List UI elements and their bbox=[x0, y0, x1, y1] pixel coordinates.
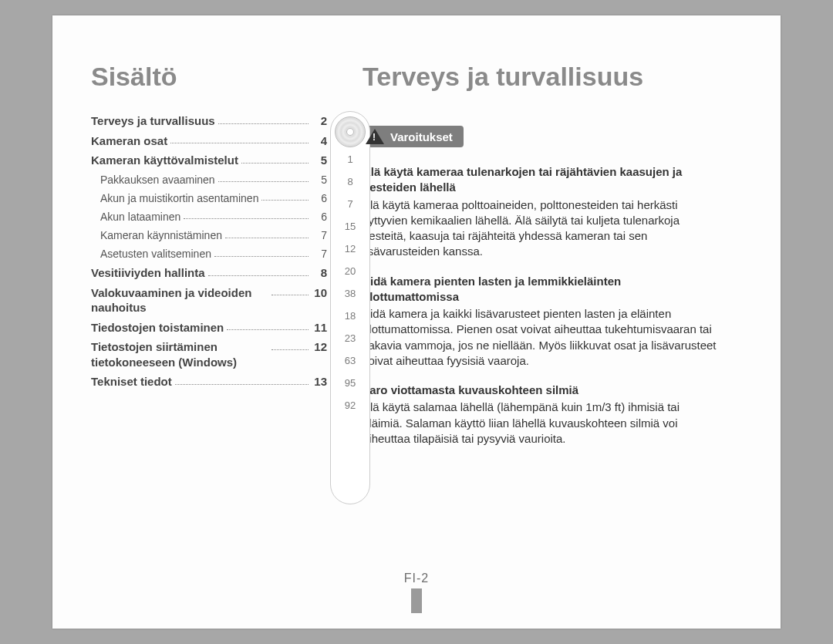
page-index-capsule: 187151220381823639592 bbox=[330, 111, 370, 504]
toc-label: Tekniset tiedot bbox=[91, 374, 172, 389]
toc-label: Tietostojen siirtäminen tietokoneeseen (… bbox=[91, 339, 268, 369]
capsule-page-ref: 23 bbox=[331, 332, 369, 344]
footer-bar bbox=[411, 588, 422, 613]
warning-triangle-icon bbox=[366, 129, 384, 144]
toc-leader-dots bbox=[184, 210, 309, 220]
toc-row: Akun lataaminen6 bbox=[91, 210, 327, 224]
toc-leader-dots bbox=[170, 133, 309, 144]
toc-page: 2 bbox=[312, 113, 327, 129]
toc-row: Vesitiiviyden hallinta8 bbox=[91, 265, 327, 281]
warning-body: Älä käytä salamaa lähellä (lähempänä kui… bbox=[363, 400, 717, 447]
toc-page: 8 bbox=[312, 265, 327, 281]
capsule-page-ref: 8 bbox=[331, 176, 369, 187]
toc-page: 10 bbox=[312, 285, 327, 315]
warning-body: Älä käytä kameraa polttoaineiden, poltto… bbox=[363, 197, 717, 260]
table-of-contents: Terveys ja turvallisuus2Kameran osat4Kam… bbox=[91, 113, 327, 389]
toc-leader-dots bbox=[271, 285, 309, 296]
capsule-page-ref: 1 bbox=[331, 153, 369, 165]
warning-block: Pidä kamera pienten lasten ja lemmikkiel… bbox=[363, 274, 717, 369]
toc-leader-dots bbox=[241, 153, 309, 164]
capsule-page-ref: 20 bbox=[331, 265, 369, 277]
toc-row: Kameran osat4 bbox=[91, 133, 327, 149]
toc-row: Akun ja muistikortin asentaminen6 bbox=[91, 191, 327, 205]
toc-leader-dots bbox=[271, 339, 309, 350]
toc-page: 4 bbox=[312, 133, 327, 149]
toc-row: Tietostojen siirtäminen tietokoneeseen (… bbox=[91, 339, 327, 369]
capsule-page-ref: 18 bbox=[331, 310, 369, 322]
toc-leader-dots bbox=[218, 113, 309, 124]
toc-page: 7 bbox=[312, 228, 327, 242]
warning-heading: Pidä kamera pienten lasten ja lemmikkiel… bbox=[363, 274, 717, 305]
toc-label: Asetusten valitseminen bbox=[100, 247, 211, 261]
toc-leader-dots bbox=[208, 265, 309, 276]
capsule-page-ref: 15 bbox=[331, 221, 369, 232]
warning-block: Älä käytä kameraa tulenarkojen tai räjäh… bbox=[363, 164, 717, 260]
toc-label: Kameran osat bbox=[91, 133, 167, 149]
toc-row: Valokuvaaminen ja videoiden nauhoitus10 bbox=[91, 285, 327, 315]
capsule-page-ref: 95 bbox=[331, 377, 369, 389]
toc-page: 6 bbox=[312, 191, 327, 205]
two-column-layout: Sisältö Terveys ja turvallisuus2Kameran … bbox=[91, 62, 742, 564]
warning-heading: Älä käytä kameraa tulenarkojen tai räjäh… bbox=[363, 164, 717, 196]
warning-badge-label: Varoitukset bbox=[390, 130, 453, 143]
toc-label: Pakkauksen avaaminen bbox=[100, 173, 215, 187]
toc-label: Tiedostojen toistaminen bbox=[91, 320, 224, 335]
toc-page: 5 bbox=[312, 173, 327, 187]
toc-label: Kameran käyttövalmistelut bbox=[91, 153, 238, 168]
toc-leader-dots bbox=[218, 173, 309, 183]
disc-icon bbox=[335, 116, 366, 147]
toc-page: 12 bbox=[312, 339, 327, 369]
capsule-page-ref: 38 bbox=[331, 288, 369, 299]
toc-label: Valokuvaaminen ja videoiden nauhoitus bbox=[91, 285, 268, 315]
toc-label: Akun ja muistikortin asentaminen bbox=[100, 191, 258, 205]
toc-row: Terveys ja turvallisuus2 bbox=[91, 113, 327, 129]
warning-body: Pidä kamera ja kaikki lisävarusteet pien… bbox=[363, 306, 717, 369]
right-column: Terveys ja turvallisuus Varoitukset Älä … bbox=[363, 62, 742, 564]
left-column: Sisältö Terveys ja turvallisuus2Kameran … bbox=[91, 62, 327, 564]
toc-leader-dots bbox=[227, 320, 309, 331]
toc-label: Akun lataaminen bbox=[100, 210, 180, 224]
manual-page: Sisältö Terveys ja turvallisuus2Kameran … bbox=[52, 15, 781, 629]
toc-label: Vesitiiviyden hallinta bbox=[91, 265, 205, 281]
toc-page: 7 bbox=[312, 247, 327, 261]
toc-page: 11 bbox=[312, 320, 327, 335]
capsule-page-ref: 12 bbox=[331, 243, 369, 255]
toc-row: Kameran käyttövalmistelut5 bbox=[91, 153, 327, 168]
capsule-page-ref: 63 bbox=[331, 355, 369, 366]
toc-page: 13 bbox=[312, 374, 327, 389]
toc-page: 6 bbox=[312, 210, 327, 224]
toc-leader-dots bbox=[225, 228, 309, 238]
toc-row: Tiedostojen toistaminen11 bbox=[91, 320, 327, 335]
warning-badge: Varoitukset bbox=[363, 126, 464, 147]
toc-row: Kameran käynnistäminen7 bbox=[91, 228, 327, 242]
toc-leader-dots bbox=[214, 247, 309, 257]
toc-leader-dots bbox=[175, 374, 309, 385]
toc-label: Terveys ja turvallisuus bbox=[91, 113, 215, 129]
capsule-page-ref: 7 bbox=[331, 198, 369, 210]
toc-title: Sisältö bbox=[91, 62, 327, 92]
warning-heading: Varo viottamasta kuvauskohteen silmiä bbox=[363, 383, 717, 398]
warning-block: Varo viottamasta kuvauskohteen silmiäÄlä… bbox=[363, 383, 717, 447]
toc-label: Kameran käynnistäminen bbox=[100, 228, 222, 242]
toc-row: Asetusten valitseminen7 bbox=[91, 247, 327, 261]
capsule-page-ref: 92 bbox=[331, 400, 369, 411]
toc-page: 5 bbox=[312, 153, 327, 168]
toc-row: Tekniset tiedot13 bbox=[91, 374, 327, 389]
page-number: FI-2 bbox=[404, 572, 429, 585]
page-footer: FI-2 bbox=[91, 572, 742, 613]
toc-row: Pakkauksen avaaminen5 bbox=[91, 173, 327, 187]
toc-leader-dots bbox=[261, 191, 309, 201]
section-title: Terveys ja turvallisuus bbox=[363, 62, 742, 92]
